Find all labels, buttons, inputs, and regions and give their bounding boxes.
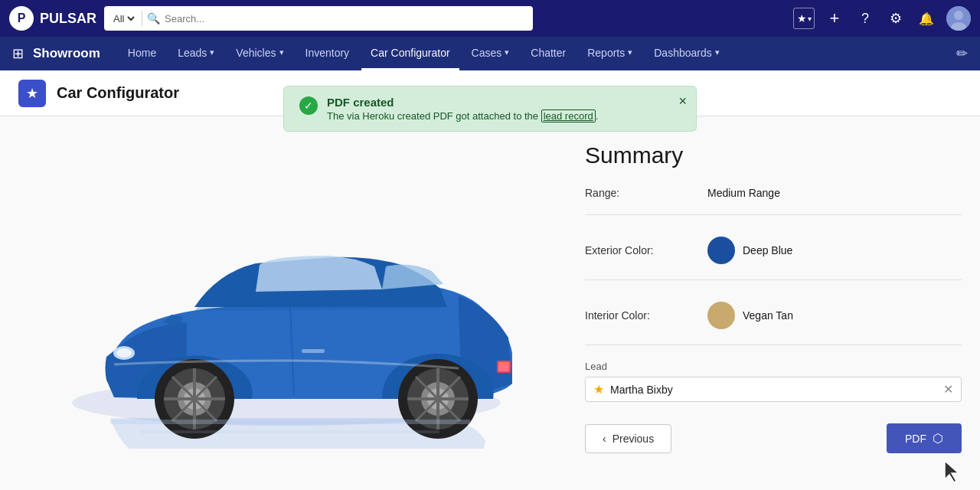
add-icon[interactable]: + <box>824 8 845 29</box>
interior-color-value: Vegan Tan <box>707 302 793 329</box>
nav-leads[interactable]: Leads ▾ <box>168 37 224 70</box>
app-name: Showroom <box>33 46 100 61</box>
banner-text: PDF created The via Heroku created PDF g… <box>327 96 681 122</box>
search-icon: 🔍 <box>147 12 160 24</box>
car-svg-container <box>26 150 547 456</box>
summary-panel: Summary Range: Medium Range Exterior Col… <box>585 135 962 490</box>
svg-point-6 <box>116 348 132 358</box>
nav-chatter[interactable]: Chatter <box>521 37 575 70</box>
help-icon[interactable]: ? <box>854 8 876 29</box>
lead-name: Martha Bixby <box>610 384 937 396</box>
nav-reports[interactable]: Reports ▾ <box>578 37 642 70</box>
search-bar: All 🔍 <box>104 6 533 31</box>
summary-title: Summary <box>585 142 962 168</box>
edit-nav-icon[interactable]: ✏ <box>956 45 968 62</box>
dashboards-chevron-icon: ▾ <box>715 47 720 57</box>
main-content: Summary Range: Medium Range Exterior Col… <box>0 116 980 490</box>
banner-content: ✓ PDF created The via Heroku created PDF… <box>283 86 697 132</box>
interior-color-row: Interior Color: Vegan Tan <box>585 302 962 345</box>
previous-chevron-icon: ‹ <box>603 433 606 445</box>
nav-cases[interactable]: Cases ▾ <box>462 37 519 70</box>
banner-title: PDF created <box>327 96 681 109</box>
nav-car-configurator[interactable]: Car Configurator <box>361 37 459 70</box>
cases-chevron-icon: ▾ <box>505 47 509 57</box>
logo[interactable]: P PULSAR <box>9 6 96 31</box>
favorites-icon[interactable]: ★▾ <box>793 8 815 29</box>
search-input[interactable] <box>165 13 527 24</box>
pdf-export-icon: ⬡ <box>933 431 943 446</box>
nav-dashboards[interactable]: Dashboards ▾ <box>645 37 729 70</box>
interior-color-dot <box>707 302 735 329</box>
nav-home[interactable]: Home <box>119 37 165 70</box>
banner-description: The via Heroku created PDF got attached … <box>327 110 681 122</box>
lead-star-icon: ★ <box>593 382 604 397</box>
logo-text: PULSAR <box>40 11 96 27</box>
pdf-button[interactable]: PDF ⬡ <box>887 423 962 453</box>
topbar-icons: ★▾ + ? ⚙ 🔔 <box>793 6 971 31</box>
nav-vehicles[interactable]: Vehicles ▾ <box>227 37 292 70</box>
previous-button[interactable]: ‹ Previous <box>585 424 671 453</box>
range-row: Range: Medium Range <box>585 187 962 215</box>
secondary-nav: ⊞ Showroom Home Leads ▾ Vehicles ▾ Inven… <box>0 37 980 70</box>
logo-icon: P <box>9 6 34 31</box>
range-value: Medium Range <box>707 187 780 199</box>
topbar: P PULSAR All 🔍 ★▾ + ? ⚙ 🔔 <box>0 0 980 37</box>
lead-label: Lead <box>585 361 962 372</box>
lead-section: Lead ★ Martha Bixby ✕ <box>585 361 962 402</box>
notification-banner: ✓ PDF created The via Heroku created PDF… <box>283 78 697 132</box>
car-illustration <box>34 158 539 449</box>
exterior-color-dot <box>707 237 735 264</box>
bell-icon[interactable]: 🔔 <box>916 8 937 29</box>
lead-input-row[interactable]: ★ Martha Bixby ✕ <box>585 377 962 402</box>
interior-color-label: Interior Color: <box>585 309 707 322</box>
page-title: Car Configurator <box>57 84 179 102</box>
range-label: Range: <box>585 187 707 199</box>
svg-rect-27 <box>302 349 325 353</box>
button-row: ‹ Previous PDF ⬡ <box>585 423 962 453</box>
lead-clear-button[interactable]: ✕ <box>943 382 953 397</box>
reports-chevron-icon: ▾ <box>628 47 632 57</box>
cursor <box>943 459 962 487</box>
vehicles-chevron-icon: ▾ <box>279 47 284 57</box>
avatar[interactable] <box>946 6 971 31</box>
page-header-icon: ★ <box>18 80 46 107</box>
banner-check-icon: ✓ <box>299 96 318 115</box>
search-divider <box>142 11 142 26</box>
gear-icon[interactable]: ⚙ <box>885 8 906 29</box>
lead-record-link[interactable]: lead record <box>541 109 596 122</box>
svg-rect-8 <box>498 362 509 371</box>
nav-inventory[interactable]: Inventory <box>296 37 359 70</box>
leads-chevron-icon: ▾ <box>210 47 214 57</box>
banner-close-button[interactable]: × <box>678 94 687 108</box>
exterior-color-row: Exterior Color: Deep Blue <box>585 237 962 280</box>
page-header: ★ Car Configurator ✓ PDF created The via… <box>0 70 980 116</box>
svg-point-1 <box>954 11 963 20</box>
search-scope-select[interactable]: All <box>110 12 137 25</box>
grid-icon[interactable]: ⊞ <box>12 45 24 62</box>
exterior-color-value: Deep Blue <box>707 237 792 264</box>
exterior-color-label: Exterior Color: <box>585 244 707 256</box>
car-image-area <box>18 135 554 472</box>
